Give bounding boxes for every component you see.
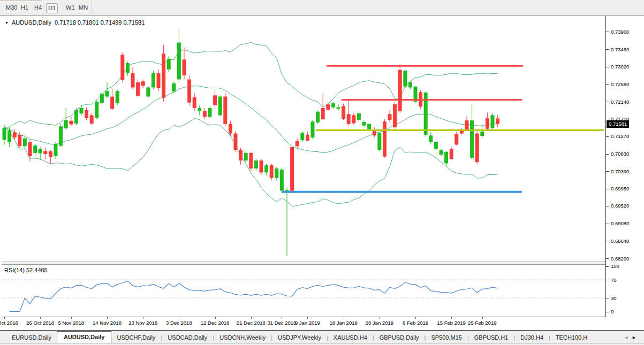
timeframe-button-d1[interactable]: D1 — [46, 3, 58, 13]
candle-body — [270, 165, 274, 178]
price-axis-label: 0.69520 — [611, 203, 629, 209]
candle-body — [331, 103, 335, 107]
timeframe-button-h1[interactable]: H1 — [19, 3, 30, 12]
rsi-axis-label: 100 — [611, 263, 619, 269]
candle-body — [151, 73, 155, 88]
candle-body — [444, 152, 448, 164]
candle-body — [100, 94, 104, 103]
candle-body — [403, 71, 407, 87]
price-axis-label: 0.73020 — [611, 64, 629, 70]
candle-body — [95, 102, 99, 118]
candle-body — [429, 135, 433, 142]
candle-body — [23, 139, 27, 147]
candle-body — [450, 149, 453, 159]
rsi-indicator-canvas[interactable] — [2, 265, 605, 317]
candle-body — [183, 59, 186, 75]
price-chart-canvas[interactable] — [2, 16, 605, 262]
price-axis-tick — [606, 102, 609, 102]
timeframe-button-mn[interactable]: MN — [77, 3, 89, 12]
candle-body — [120, 55, 124, 80]
timeframe-toolbar: M30H1H4D1W1MN — [0, 0, 644, 16]
price-axis-label: 0.71270 — [611, 133, 629, 139]
price-axis-tick — [606, 189, 609, 189]
chart-tab-gbpusd-h1[interactable]: GBPUSD,H1 — [469, 332, 514, 343]
chart-tab-sp500-m15[interactable]: SP500,M15 — [426, 332, 467, 343]
chart-tab-gbpusd-daily[interactable]: GBPUSD,Daily — [374, 332, 425, 343]
candle-body — [398, 70, 402, 111]
timeframe-button-m30[interactable]: M30 — [4, 3, 19, 12]
time-axis-label: 23 Nov 2018 — [128, 320, 157, 326]
candle-body — [388, 114, 392, 120]
price-axis-tick — [606, 154, 609, 155]
chart-tab-xauusd-h4[interactable]: XAUUSD,H4 — [328, 332, 373, 343]
time-axis-tick — [4, 317, 5, 319]
chart-tab-usdchf-daily[interactable]: USDCHF,Daily — [111, 332, 161, 343]
candle-body — [347, 114, 351, 124]
window-chrome-fragment — [0, 1, 42, 1]
price-axis-label: 0.69080 — [611, 220, 629, 226]
candle-body — [85, 110, 88, 118]
time-axis-label: 28 Jan 2019 — [366, 320, 393, 326]
price-axis-tick — [606, 136, 609, 137]
price-axis-tick — [606, 67, 609, 67]
candle-body — [316, 112, 320, 122]
timeframe-button-h4[interactable]: H4 — [33, 3, 43, 12]
rsi-line — [10, 281, 498, 311]
chart-tab-eurusd-daily[interactable]: EURUSD,Daily — [6, 332, 57, 343]
tab-scroll-left-icon[interactable]: ◄ — [624, 335, 632, 340]
chart-tab-dj30-h4[interactable]: DJ30,H4 — [515, 332, 549, 343]
price-axis-tick — [606, 119, 609, 119]
candle-body — [90, 115, 94, 124]
candle-body — [229, 124, 232, 134]
price-axis-label: 0.68200 — [611, 256, 629, 262]
candle-body — [440, 150, 443, 155]
candle-body — [213, 95, 217, 105]
price-axis-tick — [606, 32, 609, 32]
candle-body — [260, 160, 263, 172]
candle-body — [475, 134, 479, 163]
price-axis-label: 0.70390 — [611, 168, 629, 174]
candle-body — [234, 134, 238, 150]
tab-scroll-right-icon[interactable]: ► — [632, 335, 640, 340]
candle-body — [337, 108, 340, 109]
candle-body — [172, 83, 176, 91]
chart-tab-audusd-daily[interactable]: AUDUSD,Daily — [57, 331, 111, 343]
chart-tab-usdjpy-weekly[interactable]: USDJPY,Weekly — [272, 332, 327, 343]
time-axis-label: 21 Dec 2018 — [237, 320, 266, 326]
time-axis-tick — [143, 317, 143, 319]
chart-tab-tech100-h[interactable]: TECH100,H — [550, 332, 593, 343]
timeframe-button-w1[interactable]: W1 — [64, 3, 77, 12]
candle-body — [208, 108, 212, 117]
rsi-axis-label: 0 — [611, 309, 613, 315]
candle-body — [244, 153, 248, 160]
time-axis-label: 14 Nov 2018 — [93, 320, 122, 326]
candle-body — [157, 73, 161, 88]
time-axis-tick — [179, 317, 179, 319]
chart-symbol-label: AUDUSD,Daily — [12, 19, 51, 26]
time-axis-tick — [215, 317, 216, 319]
candle-body — [33, 145, 37, 153]
rsi-axis-label: 30 — [611, 295, 617, 301]
candle-body — [54, 144, 58, 156]
price-axis-label: 0.73900 — [611, 29, 629, 35]
candle-body — [162, 53, 165, 98]
chart-tab-usdcnh-weekly[interactable]: USDCNH,Weekly — [214, 332, 271, 343]
candle-body — [367, 124, 371, 129]
time-axis[interactable]: 17 Oct 201826 Oct 20185 Nov 201814 Nov 2… — [2, 317, 606, 331]
rsi-indicator-label: RSI(14) 52.4465 — [4, 267, 48, 273]
price-axis[interactable]: 0.71581 0.739000.734600.730200.725800.72… — [606, 16, 644, 317]
candle-body — [254, 160, 258, 168]
candle-body — [105, 91, 109, 96]
chart-tab-usdcad-daily[interactable]: USDCAD,Daily — [162, 332, 213, 343]
candle-body — [465, 120, 469, 130]
candle-body — [141, 81, 145, 86]
candle-body — [280, 170, 284, 190]
candle-body — [454, 134, 458, 144]
candle-body — [187, 80, 191, 103]
candle-body — [59, 126, 63, 145]
chart-collapse-icon[interactable]: ▼ — [5, 21, 9, 25]
candle-body — [480, 132, 484, 136]
candle-body — [223, 97, 227, 124]
candle-body — [69, 121, 73, 125]
candle-body — [146, 87, 150, 96]
